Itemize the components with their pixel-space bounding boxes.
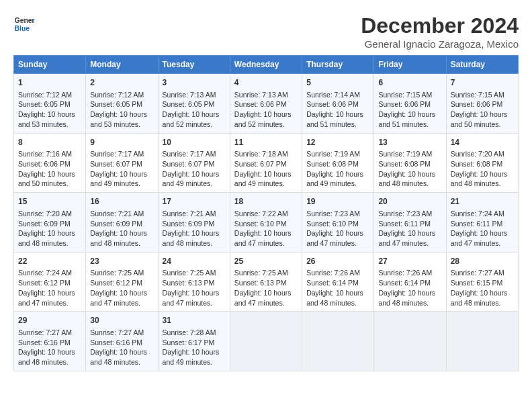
header: General Blue December 2024 General Ignac… (13, 13, 519, 50)
logo: General Blue (13, 13, 35, 35)
calendar-cell: 5Sunrise: 7:14 AMSunset: 6:06 PMDaylight… (302, 74, 374, 134)
sunset: Sunset: 6:11 PM (451, 220, 503, 228)
sunset: Sunset: 6:07 PM (234, 160, 287, 168)
sunset: Sunset: 6:05 PM (90, 100, 142, 108)
daylight: Daylight: 10 hours and 47 minutes. (306, 229, 363, 247)
calendar-week-3: 15Sunrise: 7:20 AMSunset: 6:09 PMDayligh… (14, 193, 519, 253)
sunrise: Sunrise: 7:19 AM (306, 150, 360, 158)
svg-text:General: General (15, 17, 35, 24)
calendar-cell: 21Sunrise: 7:24 AMSunset: 6:11 PMDayligh… (446, 193, 518, 253)
sunrise: Sunrise: 7:17 AM (90, 150, 144, 158)
day-number: 23 (90, 256, 153, 267)
sunrise: Sunrise: 7:21 AM (90, 210, 144, 218)
sunrise: Sunrise: 7:14 AM (306, 91, 360, 99)
calendar-cell: 30Sunrise: 7:27 AMSunset: 6:16 PMDayligh… (86, 312, 158, 371)
sunset: Sunset: 6:07 PM (163, 160, 215, 168)
sunrise: Sunrise: 7:26 AM (378, 269, 432, 277)
calendar-week-4: 22Sunrise: 7:24 AMSunset: 6:12 PMDayligh… (14, 252, 519, 312)
daylight: Daylight: 10 hours and 48 minutes. (451, 170, 508, 188)
daylight: Daylight: 10 hours and 47 minutes. (163, 289, 220, 307)
day-number: 9 (90, 137, 153, 148)
daylight: Daylight: 10 hours and 49 minutes. (163, 348, 220, 366)
sunset: Sunset: 6:09 PM (90, 220, 142, 228)
calendar-week-1: 1Sunrise: 7:12 AMSunset: 6:05 PMDaylight… (14, 74, 519, 134)
day-number: 3 (163, 77, 226, 89)
daylight: Daylight: 10 hours and 49 minutes. (234, 170, 292, 188)
calendar-cell: 17Sunrise: 7:21 AMSunset: 6:09 PMDayligh… (158, 193, 230, 253)
header-day-monday: Monday (86, 56, 158, 74)
day-number: 14 (451, 137, 514, 148)
calendar-cell: 20Sunrise: 7:23 AMSunset: 6:11 PMDayligh… (374, 193, 446, 253)
calendar-cell: 31Sunrise: 7:28 AMSunset: 6:17 PMDayligh… (158, 312, 230, 371)
calendar-header-row: SundayMondayTuesdayWednesdayThursdayFrid… (14, 56, 519, 74)
header-day-wednesday: Wednesday (230, 56, 302, 74)
calendar-cell: 14Sunrise: 7:20 AMSunset: 6:08 PMDayligh… (446, 133, 518, 193)
calendar-cell: 22Sunrise: 7:24 AMSunset: 6:12 PMDayligh… (14, 252, 86, 312)
day-number: 24 (163, 256, 226, 267)
daylight: Daylight: 10 hours and 48 minutes. (90, 348, 147, 366)
day-number: 29 (18, 315, 81, 326)
daylight: Daylight: 10 hours and 47 minutes. (234, 229, 292, 247)
calendar-cell: 3Sunrise: 7:13 AMSunset: 6:05 PMDaylight… (158, 74, 230, 134)
calendar-cell: 15Sunrise: 7:20 AMSunset: 6:09 PMDayligh… (14, 193, 86, 253)
sunrise: Sunrise: 7:22 AM (234, 210, 288, 218)
calendar-cell: 2Sunrise: 7:12 AMSunset: 6:05 PMDaylight… (86, 74, 158, 134)
daylight: Daylight: 10 hours and 49 minutes. (163, 170, 220, 188)
daylight: Daylight: 10 hours and 51 minutes. (306, 110, 363, 128)
daylight: Daylight: 10 hours and 48 minutes. (18, 348, 75, 366)
calendar-cell: 28Sunrise: 7:27 AMSunset: 6:15 PMDayligh… (446, 252, 518, 312)
calendar-table: SundayMondayTuesdayWednesdayThursdayFrid… (13, 55, 519, 371)
calendar-cell: 9Sunrise: 7:17 AMSunset: 6:07 PMDaylight… (86, 133, 158, 193)
daylight: Daylight: 10 hours and 52 minutes. (234, 110, 292, 128)
sunset: Sunset: 6:08 PM (378, 160, 431, 168)
sunset: Sunset: 6:14 PM (306, 279, 359, 287)
daylight: Daylight: 10 hours and 48 minutes. (378, 289, 435, 307)
sunset: Sunset: 6:08 PM (306, 160, 359, 168)
sunrise: Sunrise: 7:26 AM (306, 269, 360, 277)
day-number: 22 (18, 256, 81, 267)
daylight: Daylight: 10 hours and 47 minutes. (451, 229, 508, 247)
sunrise: Sunrise: 7:15 AM (451, 91, 504, 99)
sunset: Sunset: 6:05 PM (18, 100, 71, 108)
calendar-cell: 16Sunrise: 7:21 AMSunset: 6:09 PMDayligh… (86, 193, 158, 253)
sunrise: Sunrise: 7:18 AM (234, 150, 288, 158)
day-number: 27 (378, 256, 441, 267)
day-number: 1 (18, 77, 81, 89)
sunset: Sunset: 6:10 PM (306, 220, 359, 228)
sunrise: Sunrise: 7:12 AM (18, 91, 72, 99)
day-number: 25 (234, 256, 298, 267)
sunrise: Sunrise: 7:28 AM (163, 328, 216, 336)
sunset: Sunset: 6:13 PM (163, 279, 215, 287)
sunset: Sunset: 6:10 PM (234, 220, 287, 228)
sunset: Sunset: 6:14 PM (378, 279, 431, 287)
calendar-cell: 12Sunrise: 7:19 AMSunset: 6:08 PMDayligh… (302, 133, 374, 193)
sunset: Sunset: 6:15 PM (451, 279, 503, 287)
calendar-cell (446, 312, 518, 371)
sunset: Sunset: 6:06 PM (306, 100, 359, 108)
sunrise: Sunrise: 7:16 AM (18, 150, 72, 158)
sunset: Sunset: 6:13 PM (234, 279, 287, 287)
day-number: 20 (378, 196, 441, 208)
day-number: 7 (451, 77, 514, 89)
day-number: 31 (163, 315, 226, 326)
daylight: Daylight: 10 hours and 47 minutes. (234, 289, 292, 307)
daylight: Daylight: 10 hours and 53 minutes. (18, 110, 75, 128)
sunset: Sunset: 6:12 PM (18, 279, 71, 287)
sunset: Sunset: 6:06 PM (378, 100, 431, 108)
day-number: 16 (90, 196, 153, 208)
svg-text:Blue: Blue (15, 25, 30, 32)
daylight: Daylight: 10 hours and 51 minutes. (378, 110, 435, 128)
daylight: Daylight: 10 hours and 48 minutes. (18, 229, 75, 247)
daylight: Daylight: 10 hours and 49 minutes. (90, 170, 147, 188)
sunrise: Sunrise: 7:19 AM (378, 150, 432, 158)
sunrise: Sunrise: 7:21 AM (163, 210, 216, 218)
daylight: Daylight: 10 hours and 50 minutes. (18, 170, 75, 188)
daylight: Daylight: 10 hours and 47 minutes. (90, 289, 147, 307)
day-number: 21 (451, 196, 514, 208)
sunrise: Sunrise: 7:24 AM (18, 269, 72, 277)
day-number: 13 (378, 137, 441, 148)
calendar-cell: 25Sunrise: 7:25 AMSunset: 6:13 PMDayligh… (230, 252, 302, 312)
sunrise: Sunrise: 7:27 AM (18, 328, 72, 336)
daylight: Daylight: 10 hours and 48 minutes. (378, 170, 435, 188)
day-number: 10 (163, 137, 226, 148)
